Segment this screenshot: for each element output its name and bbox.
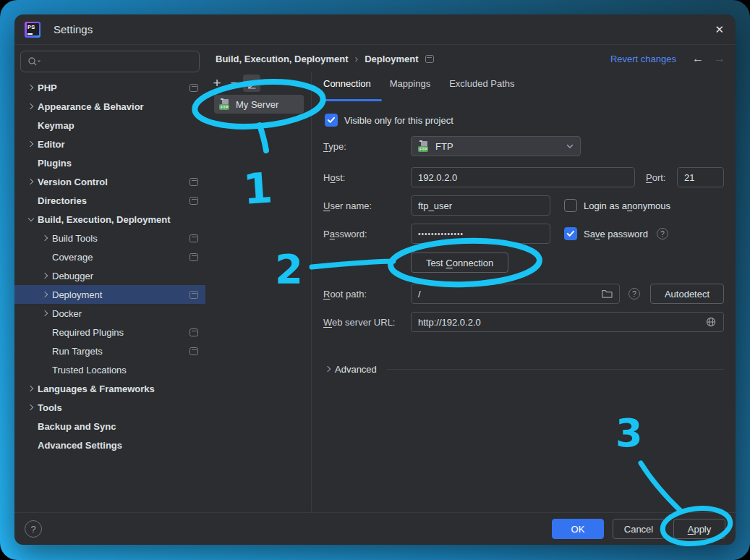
port-input[interactable]: 21 — [677, 167, 724, 187]
sidebar-item-keymap[interactable]: Keymap — [14, 116, 205, 135]
sidebar-item-build-tools[interactable]: Build Tools — [14, 229, 205, 247]
ftp-server-icon: FTP — [219, 98, 231, 110]
password-label: Password: — [323, 224, 367, 244]
visible-only-row: Visible only for this project — [325, 114, 453, 127]
tab-mappings[interactable]: Mappings — [390, 78, 430, 93]
dialog-footer: ? OK Cancel Apply — [14, 512, 736, 545]
type-label: Type: — [323, 141, 346, 152]
root-path-input[interactable]: / — [411, 284, 620, 304]
sidebar-item-directories[interactable]: Directories — [14, 191, 205, 210]
autodetect-button[interactable]: Autodetect — [650, 284, 724, 304]
checkmark-icon — [327, 116, 336, 124]
content-header: Build, Execution, Deployment › Deploymen… — [205, 45, 736, 72]
ftp-server-icon: FTP — [418, 140, 430, 152]
search-input[interactable] — [20, 51, 200, 72]
settings-tree: PHP Appearance & Behavior Keymap Editor … — [14, 78, 205, 454]
username-label: User name: — [323, 195, 372, 216]
visible-only-checkbox[interactable] — [325, 114, 338, 127]
help-icon[interactable]: ? — [25, 520, 42, 538]
edit-server-button[interactable] — [243, 75, 260, 92]
test-connection-button[interactable]: Test Connection — [411, 253, 508, 273]
save-password-label: Save password — [584, 229, 648, 239]
sidebar-item-build-execution-deployment[interactable]: Build, Execution, Deployment — [14, 210, 205, 229]
sidebar-item-php[interactable]: PHP — [14, 78, 205, 97]
help-icon[interactable]: ? — [657, 228, 668, 239]
remove-server-button[interactable]: − — [226, 75, 243, 92]
search-icon — [27, 56, 43, 67]
settings-tree-panel: PHP Appearance & Behavior Keymap Editor … — [14, 45, 205, 512]
modified-indicator-icon — [425, 55, 434, 63]
dialog-titlebar: PS Settings ✕ — [14, 14, 736, 45]
sidebar-item-advanced-settings[interactable]: Advanced Settings — [14, 436, 205, 454]
sidebar-item-tools[interactable]: Tools — [14, 398, 205, 417]
chevron-right-icon — [25, 172, 38, 191]
globe-icon[interactable] — [705, 316, 717, 328]
breadcrumb-root[interactable]: Build, Execution, Deployment — [216, 54, 348, 64]
tab-connection[interactable]: Connection — [323, 78, 371, 93]
back-arrow-icon[interactable]: ← — [692, 52, 704, 65]
pencil-icon — [246, 77, 257, 89]
save-password-checkbox[interactable] — [564, 227, 577, 240]
password-input[interactable]: •••••••••••••• — [411, 224, 550, 244]
chevron-right-icon — [25, 97, 38, 116]
sidebar-item-coverage[interactable]: Coverage — [14, 247, 205, 266]
modified-indicator-icon — [189, 178, 198, 186]
server-list-item-my-server[interactable]: FTP My Server — [214, 95, 304, 114]
web-url-label: Web server URL: — [323, 312, 395, 332]
sidebar-item-run-targets[interactable]: Run Targets — [14, 341, 205, 360]
chevron-right-icon — [25, 379, 38, 398]
add-server-button[interactable]: + — [208, 75, 226, 92]
sidebar-item-deployment[interactable]: Deployment — [14, 285, 205, 304]
host-input[interactable]: 192.0.2.0 — [411, 167, 635, 187]
close-icon[interactable]: ✕ — [715, 24, 724, 35]
anonymous-label: Login as anonymous — [584, 200, 670, 211]
deployment-connection-panel: Connection Mappings Excluded Paths Visib… — [311, 72, 736, 512]
folder-icon[interactable] — [601, 289, 613, 299]
type-row: Type: — [323, 136, 346, 156]
ok-button[interactable]: OK — [552, 519, 604, 539]
chevron-down-icon — [25, 210, 38, 229]
advanced-label: Advanced — [335, 364, 377, 375]
visible-only-label: Visible only for this project — [344, 115, 453, 126]
chevron-right-icon — [25, 78, 38, 97]
breadcrumb-current: Deployment — [365, 54, 418, 64]
sidebar-item-languages-frameworks[interactable]: Languages & Frameworks — [14, 379, 205, 398]
type-select[interactable]: FTP FTP — [411, 136, 581, 156]
chevron-right-icon — [25, 398, 38, 417]
server-list-panel: + − FTP My Server — [205, 72, 311, 512]
chevron-right-icon — [25, 135, 38, 153]
modified-indicator-icon — [189, 234, 198, 242]
help-icon[interactable]: ? — [628, 288, 640, 300]
server-list-toolbar: + − — [205, 74, 260, 93]
web-url-input[interactable]: http://192.0.2.0 — [411, 312, 724, 332]
history-nav: ← → — [692, 52, 725, 65]
username-input[interactable]: ftp_user — [411, 195, 550, 216]
tab-bar: Connection Mappings Excluded Paths — [323, 78, 515, 93]
advanced-section-toggle[interactable]: Advanced — [323, 362, 724, 376]
sidebar-item-required-plugins[interactable]: Required Plugins — [14, 323, 205, 341]
modified-indicator-icon — [189, 347, 198, 355]
modified-indicator-icon — [189, 291, 198, 299]
anonymous-checkbox[interactable] — [564, 199, 577, 212]
revert-changes-link[interactable]: Revert changes — [610, 54, 676, 64]
sidebar-item-backup-and-sync[interactable]: Backup and Sync — [14, 417, 205, 436]
active-tab-indicator — [321, 99, 382, 101]
sidebar-item-debugger[interactable]: Debugger — [14, 266, 205, 285]
sidebar-item-version-control[interactable]: Version Control — [14, 172, 205, 191]
chevron-down-icon — [566, 144, 574, 149]
sidebar-item-editor[interactable]: Editor — [14, 135, 205, 153]
port-label: Port: — [646, 167, 665, 187]
settings-dialog: PS Settings ✕ PHP Appearance & Behavior … — [14, 14, 736, 545]
sidebar-item-appearance-behavior[interactable]: Appearance & Behavior — [14, 97, 205, 116]
sidebar-item-trusted-locations[interactable]: Trusted Locations — [14, 360, 205, 379]
cancel-button[interactable]: Cancel — [613, 519, 665, 539]
chevron-right-icon — [39, 229, 52, 247]
save-password-row: Save password ? — [564, 227, 668, 240]
sidebar-item-plugins[interactable]: Plugins — [14, 153, 205, 172]
apply-button[interactable]: Apply — [673, 519, 725, 539]
tab-excluded-paths[interactable]: Excluded Paths — [449, 78, 514, 93]
dialog-title: Settings — [54, 23, 93, 35]
chevron-right-icon — [39, 266, 52, 285]
chevron-right-icon — [323, 362, 333, 376]
sidebar-item-docker[interactable]: Docker — [14, 304, 205, 323]
